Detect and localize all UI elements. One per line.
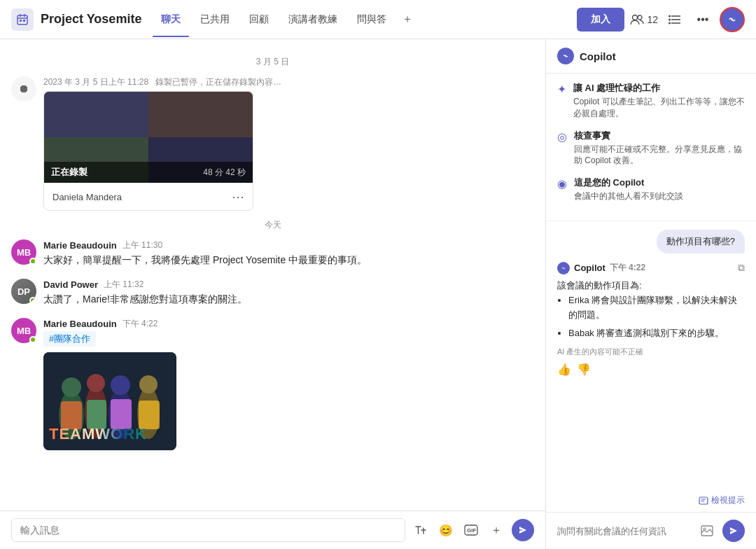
gif-icon[interactable]: GIF [461,520,481,540]
attach-icon[interactable]: ＋ [486,520,506,540]
recording-author: Daniela Mandera [52,192,122,202]
copilot-input[interactable] [557,526,690,536]
check-prompt-label: 檢視提示 [711,494,745,506]
recording-overlay: 正在錄製 48 分 42 秒 [44,162,253,183]
recording-icon: ⏺ [11,76,36,102]
image-icon [701,525,713,536]
feature-content-yours: 這是您的 Copilot 會議中的其他人看不到此交談 [574,176,683,202]
avatar-initials-marie: MB [17,247,31,258]
chat-panel: 3 月 5 日 ⏺ 2023 年 3 月 5 日上午 11:28 錄製已暫停，正… [0,39,546,549]
gif-image: TEAMWORK [43,352,176,450]
copilot-response-meta: Copilot 下午 4:22 ⧉ [557,262,745,274]
svg-rect-5 [23,20,25,22]
send-button[interactable] [512,519,534,541]
svg-point-24 [139,375,158,394]
copilot-header: Copilot [546,39,756,74]
time-marie-1: 上午 11:30 [122,239,162,251]
svg-point-32 [565,55,566,57]
add-tab-button[interactable]: ＋ [398,10,417,29]
author-marie-2: Marie Beaudouin [43,319,117,329]
copilot-panel: Copilot ✦ 讓 AI 處理忙碌的工作 Copilot 可以產生筆記、列出… [546,39,756,549]
thumbs-down-button[interactable]: 👎 [577,363,591,376]
header: Project Yosemite 聊天 已共用 回顧 演講者教練 問與答 ＋ 加… [0,0,756,39]
thumb-cell-2 [148,92,253,137]
format-icon[interactable] [411,520,430,540]
copilot-logo-icon [561,51,570,61]
recording-card[interactable]: 正在錄製 48 分 42 秒 Daniela Mandera ⋯ [43,91,253,211]
copilot-footer-actions: 檢視提示 [546,492,756,512]
chat-messages: 3 月 5 日 ⏺ 2023 年 3 月 5 日上午 11:28 錄製已暫停，正… [0,39,545,510]
copilot-items: Erika 將會與設計團隊聯繫，以解決未解決的問題。 Babak 將審查遙測和識… [557,293,745,341]
recording-menu-button[interactable]: ⋯ [232,189,244,204]
gif-button-icon: GIF [464,524,478,536]
message-content-marie-2: Marie Beaudouin 下午 4:22 #團隊合作 [43,318,534,450]
tab-recap[interactable]: 回顧 [241,2,277,37]
date-divider-march5: 3 月 5 日 [11,56,534,68]
thumbs-up-button[interactable]: 👍 [557,363,571,376]
svg-text:GIF: GIF [467,527,476,534]
search-circle-icon: ◎ [557,130,567,167]
avatar-david: DP [11,279,36,304]
feature-desc-fact: 回應可能不正確或不完整。分享意見反應，協助 Copilot 改善。 [574,144,745,167]
tab-speaker-coach[interactable]: 演講者教練 [280,2,346,37]
more-options-button[interactable]: ••• [692,8,714,31]
feedback-icons: 👍 👎 [557,363,745,376]
copilot-intro: 該會議的動作項目為: [557,279,745,293]
join-button[interactable]: 加入 [577,8,624,32]
copilot-image-button[interactable] [696,520,718,542]
check-prompt-button[interactable]: 檢視提示 [699,494,745,506]
feature-desc-yours: 會議中的其他人看不到此交談 [574,190,683,202]
hashtag-tag[interactable]: #團隊合作 [43,331,96,347]
send-icon [518,525,528,535]
eye-icon: ◉ [557,177,567,202]
copilot-title: Copilot [580,50,616,62]
copilot-response-icon [557,262,570,274]
tab-chat[interactable]: 聊天 [153,2,189,37]
feature-ai-work: ✦ 讓 AI 處理忙碌的工作 Copilot 可以產生筆記、列出工作等等，讓您不… [557,82,745,120]
copilot-panel-button[interactable] [720,7,745,32]
chat-input-bar: 😊 GIF ＋ [0,510,545,549]
svg-point-15 [732,18,734,20]
tab-qa[interactable]: 問與答 [349,2,395,37]
svg-point-6 [633,15,638,20]
time-david: 上午 11:32 [104,279,144,291]
copilot-author-label: Copilot [574,263,606,273]
ai-disclaimer: AI 產生的內容可能不正確 [557,347,745,357]
chat-input[interactable] [11,518,405,542]
header-right: 加入 12 ••• [577,7,745,32]
calendar-icon [11,8,34,31]
copilot-icon [726,13,738,26]
sparkle-icon: ✦ [557,83,566,120]
copy-button[interactable]: ⧉ [738,262,745,274]
text-marie-1: 大家好，簡單提醒一下，我將優先處理 Project Yosemite 中最重要的… [43,253,534,267]
feature-fact-check: ◎ 核查事實 回應可能不正確或不完整。分享意見反應，協助 Copilot 改善。 [557,130,745,167]
status-dot-marie [29,258,36,265]
tab-shared[interactable]: 已共用 [192,2,238,37]
feature-title-fact: 核查事實 [574,130,745,142]
copilot-send-icon [729,526,738,536]
copilot-header-icon [557,48,574,64]
gif-text: TEAMWORK [49,425,147,443]
recording-thumbnail: 正在錄製 48 分 42 秒 [44,92,253,183]
recording-system-text: 錄製已暫停，正在儲存錄製內容… [155,77,281,87]
feature-title-ai: 讓 AI 處理忙碌的工作 [573,82,745,95]
author-david: David Power [43,279,98,290]
recording-content: 2023 年 3 月 5 日上午 11:28 錄製已暫停，正在儲存錄製內容… [43,76,281,211]
list-icon[interactable] [664,8,686,31]
emoji-icon[interactable]: 😊 [436,520,456,540]
copilot-item-0: Erika 將會與設計團隊聯繫，以解決未解決的問題。 [568,293,745,323]
list-view-icon [668,15,681,25]
svg-point-34 [563,267,564,269]
svg-point-18 [62,377,81,397]
user-bubble: 動作項目有哪些? [657,230,745,253]
avatar-marie-2: MB [11,318,36,343]
feature-desc-ai: Copilot 可以產生筆記、列出工作等等，讓您不必親自處理。 [573,96,745,120]
copilot-item-text-1: Babak 將審查遙測和識別下來的步驟。 [568,328,724,338]
message-group-marie-2: MB Marie Beaudouin 下午 4:22 #團隊合作 [11,318,534,450]
copilot-small-icon [560,265,567,272]
message-group-david: DP David Power 上午 11:32 太讚了，Marie!非常感謝您對… [11,279,534,307]
message-group-marie-1: MB Marie Beaudouin 上午 11:30 大家好，簡單提醒一下，我… [11,239,534,267]
copilot-send-button[interactable] [722,520,745,542]
time-marie-2: 下午 4:22 [122,318,158,330]
people-count: 12 [630,14,658,25]
